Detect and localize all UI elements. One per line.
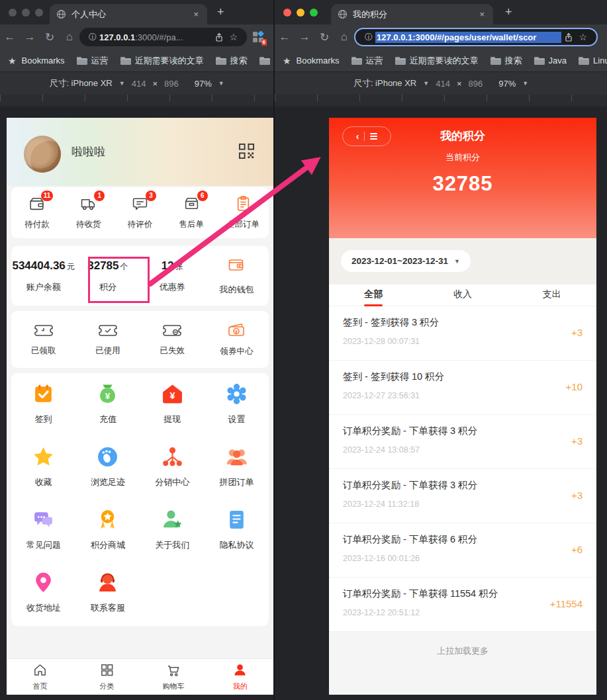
qr-code-icon[interactable]	[238, 143, 255, 159]
device-height[interactable]: 896	[468, 79, 483, 89]
order-item-pending-receipt[interactable]: 1 待收货	[63, 195, 115, 230]
grid-item-customer-service[interactable]: 联系客服	[75, 571, 140, 634]
grid-item-favorites[interactable]: 收藏	[11, 445, 75, 508]
extension-icon[interactable]: 6	[252, 31, 264, 43]
browser-tab[interactable]: 我的积分 ×	[331, 4, 493, 24]
device-size-label[interactable]: 尺寸: iPhone XR	[353, 77, 416, 89]
close-tab-icon[interactable]: ×	[191, 9, 201, 19]
grid-item-privacy[interactable]: 隐私协议	[205, 508, 269, 571]
bookmark-star-icon[interactable]: ☆	[229, 32, 238, 42]
bookmark-folder-label: 搜索	[505, 55, 522, 67]
grid-item-signin[interactable]: 签到	[11, 382, 75, 445]
transaction-row[interactable]: 订单积分奖励 - 下单获得 6 积分 2023-12-16 00:01:26 +…	[329, 523, 596, 578]
coupon-received[interactable]: 已领取	[11, 323, 75, 357]
order-item-aftersale[interactable]: 6 售后单	[165, 195, 217, 230]
close-window-button[interactable]	[9, 9, 17, 17]
bookmark-folder[interactable]: Java	[534, 56, 567, 66]
bookmark-folder[interactable]: Java	[259, 56, 273, 66]
date-range-picker[interactable]: 2023-12-01~2023-12-31 ▼	[341, 250, 471, 272]
home-icon[interactable]: ⌂	[334, 30, 354, 44]
transaction-row[interactable]: 订单积分奖励 - 下单获得 11554 积分 2023-12-12 20:51:…	[329, 578, 596, 632]
grid-item-recharge[interactable]: ¥ 充值	[75, 382, 140, 445]
coupon-expired[interactable]: 已失效	[140, 323, 205, 357]
back-icon[interactable]: ←	[275, 30, 295, 44]
info-icon[interactable]: ⓘ	[365, 32, 373, 43]
address-bar[interactable]: ⓘ 127.0.0.1 :3000/#/pa... ☆	[79, 28, 247, 46]
reload-icon[interactable]: ↻	[314, 30, 334, 44]
favorites-star-icon	[32, 445, 55, 468]
reload-icon[interactable]: ↻	[40, 30, 60, 44]
bookmarks-label[interactable]: Bookmarks	[297, 56, 340, 66]
tab-income[interactable]: 收入	[418, 284, 508, 306]
order-item-pending-payment[interactable]: 11 待付款	[11, 195, 63, 230]
device-zoom[interactable]: 97%	[195, 79, 212, 89]
share-icon[interactable]	[214, 32, 224, 42]
device-size-label[interactable]: 尺寸: iPhone XR	[49, 77, 112, 89]
close-tab-icon[interactable]: ×	[477, 9, 487, 19]
bookmark-folder[interactable]: 运营	[351, 55, 383, 67]
bookmark-folder[interactable]: 运营	[77, 55, 109, 67]
close-window-button[interactable]	[283, 9, 291, 17]
forward-icon[interactable]: →	[295, 30, 314, 44]
browser-tab[interactable]: 个人中心 ×	[50, 4, 207, 24]
transaction-row[interactable]: 订单积分奖励 - 下单获得 3 积分 2023-12-24 11:32:18 +…	[329, 469, 596, 523]
grid-item-distribution[interactable]: 分销中心	[140, 445, 205, 508]
stat-points[interactable]: 32785个 积分	[75, 259, 140, 293]
order-item-pending-review[interactable]: 3 待评价	[115, 195, 166, 230]
transaction-row[interactable]: 签到 - 签到获得 3 积分 2023-12-28 00:07:31 +3	[329, 306, 596, 361]
globe-favicon-icon	[338, 9, 348, 19]
grid-item-history[interactable]: 浏览足迹	[75, 445, 140, 508]
grid-item-points-mall[interactable]: 积分商城	[75, 508, 140, 571]
new-tab-button[interactable]: +	[217, 5, 224, 19]
home-icon[interactable]: ⌂	[60, 30, 79, 44]
coupon-center[interactable]: ¥ 领券中心	[205, 322, 269, 357]
stat-wallet[interactable]: 我的钱包	[205, 257, 269, 296]
device-zoom[interactable]: 97%	[498, 79, 516, 89]
share-icon[interactable]	[564, 32, 573, 42]
address-bar[interactable]: ⓘ 127.0.0.1:3000/#/pages/user/wallet/sco…	[354, 28, 598, 46]
transaction-row[interactable]: 签到 - 签到获得 10 积分 2023-12-27 23:56:31 +10	[329, 361, 596, 415]
tab-home[interactable]: 首页	[7, 662, 73, 691]
stat-coupons[interactable]: 12张 优惠券	[140, 259, 205, 293]
order-item-all-orders[interactable]: 全部订单	[217, 195, 269, 230]
grid-item-settings[interactable]: 设置	[205, 382, 269, 445]
zoom-window-button[interactable]	[35, 9, 43, 17]
zoom-window-button[interactable]	[310, 9, 318, 17]
new-tab-button[interactable]: +	[505, 5, 512, 19]
chevron-down-icon: ▼	[218, 80, 224, 87]
grid-item-group-orders[interactable]: 拼团订单	[205, 445, 269, 508]
tab-mine[interactable]: 我的	[207, 662, 273, 691]
device-width[interactable]: 414	[436, 79, 450, 89]
grid-item-address[interactable]: 收货地址	[11, 571, 75, 634]
bookmark-star-icon[interactable]: ☆	[579, 32, 587, 42]
device-height[interactable]: 896	[164, 79, 179, 89]
tab-categories[interactable]: 分类	[73, 662, 140, 691]
tab-cart[interactable]: 购物车	[140, 662, 207, 691]
load-more-text[interactable]: 上拉加载更多	[329, 632, 596, 695]
device-width[interactable]: 414	[132, 79, 146, 89]
tab-title: 个人中心	[71, 9, 186, 21]
transaction-row[interactable]: 订单积分奖励 - 下单获得 3 积分 2023-12-24 13:08:57 +…	[329, 415, 596, 469]
points-subtitle: 当前积分	[329, 152, 596, 163]
info-icon[interactable]: ⓘ	[89, 32, 97, 43]
avatar[interactable]	[24, 136, 61, 173]
bookmark-folder[interactable]: 搜索	[216, 55, 248, 67]
grid-item-withdraw[interactable]: ¥ 提现	[140, 382, 205, 445]
tab-all[interactable]: 全部	[329, 284, 418, 306]
grid-item-about-us[interactable]: 关于我们	[140, 508, 205, 571]
bookmarks-label[interactable]: Bookmarks	[22, 56, 65, 66]
minimize-window-button[interactable]	[297, 9, 304, 17]
coupon-used[interactable]: 已使用	[75, 323, 140, 357]
grid-item-faq[interactable]: 常见问题	[11, 508, 75, 571]
bookmark-folder[interactable]: 近期需要读的文章	[120, 55, 204, 67]
stat-value: 12	[162, 259, 174, 272]
bookmark-folder[interactable]: 搜索	[490, 55, 522, 67]
back-icon[interactable]: ←	[0, 30, 20, 44]
minimize-window-button[interactable]	[22, 9, 30, 17]
bookmark-folder[interactable]: Linux	[579, 56, 607, 66]
forward-icon[interactable]: →	[20, 30, 40, 44]
bookmark-folder[interactable]: 近期需要读的文章	[395, 55, 479, 67]
tab-expense[interactable]: 支出	[507, 284, 596, 306]
stat-balance[interactable]: 534404.36元 账户余额	[11, 259, 75, 293]
stat-value: 32785	[87, 259, 118, 272]
